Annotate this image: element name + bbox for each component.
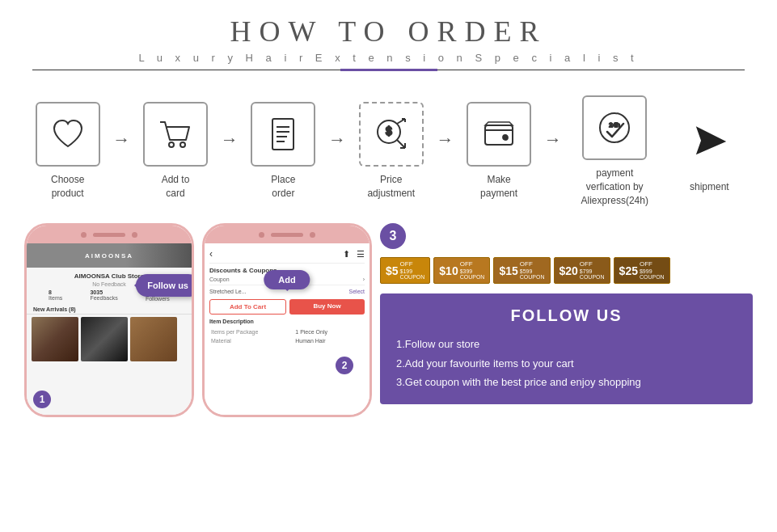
svg-point-1	[180, 142, 185, 147]
header-divider	[32, 69, 745, 71]
hair-img1	[32, 317, 78, 361]
plane-icon	[688, 120, 730, 163]
phone2-screen: ‹ ⬆ ☰ Discounts & Coupons Coupon › Stret…	[205, 243, 369, 415]
table-cell-key: Items per Package	[211, 328, 293, 336]
phone2-buy-now-btn[interactable]: Buy Now	[289, 299, 365, 315]
divider-right	[437, 70, 745, 70]
coupon-10-threshold: $399	[460, 268, 485, 274]
svg-rect-15	[485, 125, 513, 145]
coupon-15-detail: OFF $599 COUPON	[520, 261, 545, 280]
step-icon-box-choose	[36, 102, 100, 167]
clock-check-icon: 24h	[596, 109, 633, 146]
divider-accent	[340, 69, 437, 71]
table-cell-value: Human Hair	[295, 337, 363, 344]
step-label-choose: Chooseproduct	[51, 173, 84, 201]
coupon-item-15: $15 OFF $599 COUPON	[493, 257, 550, 284]
phone1-stat-feedbacks: 3035 Feedbacks	[90, 289, 117, 302]
page-title: HOW TO ORDER	[0, 15, 777, 49]
step-shipment: shipment	[666, 109, 753, 194]
coupon-25-detail: OFF $999 COUPON	[640, 261, 665, 280]
arrow-2: →	[221, 129, 239, 150]
wallet-icon	[480, 116, 517, 153]
step-icon-box-payment	[467, 102, 531, 167]
step-price-adjustment: $ Priceadjustment	[348, 102, 434, 201]
coupon-20-off: OFF	[580, 261, 605, 268]
hair-img2	[81, 317, 128, 361]
follow-item-2: 2.Add your favourite items to your cart	[396, 354, 737, 373]
coupon-15-label: COUPON	[520, 274, 545, 280]
step-label-cart: Add tocard	[162, 173, 190, 201]
coupon-item-10: $10 OFF $399 COUPON	[433, 257, 490, 284]
phone2-coupon-label: Coupon	[209, 277, 230, 282]
page-subtitle: L u x u r y H a i r E x t e n s i o n S …	[0, 52, 777, 64]
price-icon: $	[373, 116, 410, 153]
phone2-camera2	[310, 232, 315, 238]
step-icon-box-order	[251, 102, 315, 167]
phone1-product-grid	[27, 317, 192, 361]
steps-row: Chooseproduct → Add tocard → Placeorder	[0, 78, 777, 215]
step-place-order: Placeorder	[240, 102, 327, 201]
coupon-25-amount: $25	[619, 264, 638, 277]
phone1-camera	[81, 232, 87, 238]
hair-img3	[130, 317, 177, 361]
step-choose-product: Chooseproduct	[24, 102, 111, 201]
phone1-new-arrivals: New Arrivals (8)	[27, 305, 192, 315]
phone2-add-to-cart-btn[interactable]: Add To Cart	[209, 299, 286, 315]
phone2-item-label: Stretched Le...	[209, 289, 247, 294]
follow-us-bubble: Follow us	[136, 274, 194, 297]
arrow-4: →	[436, 129, 454, 150]
phone1-stat-items-num: 8	[49, 289, 62, 295]
arrow-1: →	[112, 129, 130, 150]
coupon-item-20: $20 OFF $799 COUPON	[554, 257, 610, 284]
phone1-camera2	[132, 232, 137, 238]
coupon-item-5: $5 OFF $199 COUPON	[380, 257, 430, 284]
follow-panel-title: FOLLOW US	[396, 306, 737, 325]
phone1-stat-feedbacks-label: Feedbacks	[90, 295, 117, 301]
cart-icon	[157, 116, 194, 153]
coupon-strip: $5 OFF $199 COUPON $10 OFF $399 COUPON $…	[380, 257, 753, 284]
right-panel: 3 $5 OFF $199 COUPON $10 OFF $399 COUPON	[380, 223, 753, 404]
coupon-25-off: OFF	[640, 261, 665, 268]
phone2-back-icon: ‹	[209, 248, 213, 260]
phone1-thumb1	[32, 317, 78, 361]
svg-rect-2	[272, 119, 293, 150]
phone1-banner: AIMOONSA	[27, 243, 192, 268]
follow-panel: FOLLOW US 1.Follow our store 2.Add your …	[380, 293, 753, 404]
add-bubble: Add	[264, 270, 310, 289]
coupon-5-detail: OFF $199 COUPON	[400, 261, 425, 280]
phone2-coupon-arrow: ›	[363, 277, 365, 282]
phone1-screen: AIMOONSA AIMOONSA Club Store No Feedback…	[27, 243, 192, 415]
coupon-10-off: OFF	[460, 261, 485, 268]
arrow-3: →	[328, 129, 346, 150]
bottom-section: AIMOONSA AIMOONSA Club Store No Feedback…	[0, 215, 777, 425]
step-icon-box-price: $	[359, 102, 424, 167]
phone2-item-table: Items per Package 1 Piece Only Material …	[209, 327, 365, 346]
step-label-payment: Makepayment	[480, 173, 517, 201]
divider-left	[32, 70, 340, 70]
phone1-thumb2	[81, 317, 128, 361]
coupon-5-label: COUPON	[400, 274, 425, 280]
step-make-payment: Makepayment	[455, 102, 542, 201]
phone1-stat-items: 8 Items	[49, 289, 62, 302]
coupon-10-label: COUPON	[460, 274, 485, 280]
step-label-verification: paymentverfication byAliexpress(24h)	[581, 167, 648, 207]
phone2-top-icons: ⬆ ☰	[343, 249, 365, 260]
step-label-shipment: shipment	[690, 180, 729, 194]
phone2-top-bar	[205, 226, 369, 243]
coupon-10-detail: OFF $399 COUPON	[460, 261, 485, 280]
coupon-25-threshold: $999	[640, 268, 665, 274]
table-cell-key: Material	[211, 337, 293, 344]
phone1-mockup: AIMOONSA AIMOONSA Club Store No Feedback…	[24, 223, 194, 417]
step-payment-verification: 24h paymentverfication byAliexpress(24h)	[564, 95, 666, 207]
step-label-order: Placeorder	[271, 173, 295, 201]
phone2-header-bar: ‹ ⬆ ☰	[209, 247, 365, 264]
table-cell-value: 1 Piece Only	[295, 328, 363, 336]
phone1-stat-followers-label: Followers	[146, 296, 170, 302]
coupon-20-threshold: $799	[580, 268, 605, 274]
coupon-15-off: OFF	[520, 261, 545, 268]
phone2-mockup: ‹ ⬆ ☰ Discounts & Coupons Coupon › Stret…	[202, 223, 372, 417]
arrow-5: →	[544, 129, 562, 150]
follow-panel-text: 1.Follow our store 2.Add your favourite …	[396, 335, 737, 391]
step-icon-box-cart	[143, 102, 208, 167]
table-row: Material Human Hair	[211, 337, 363, 344]
